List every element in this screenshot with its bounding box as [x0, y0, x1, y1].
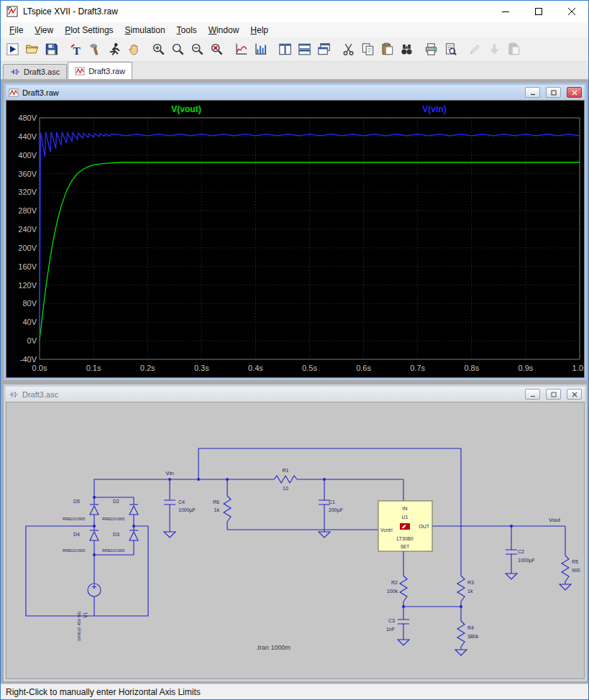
component-name: R5	[572, 559, 578, 564]
schematic-minimize-button[interactable]	[525, 389, 540, 400]
control-panel-button[interactable]	[86, 40, 105, 59]
svg-text:1.0s: 1.0s	[572, 364, 585, 372]
hammer-icon	[88, 42, 102, 56]
run-icon	[6, 42, 19, 56]
cut-button[interactable]	[339, 40, 358, 59]
minimize-button[interactable]	[489, 1, 522, 22]
waveform-minimize-button[interactable]	[525, 87, 540, 98]
title-bar: LTspice XVII - Draft3.raw	[1, 1, 588, 22]
pan-button[interactable]	[124, 40, 144, 59]
print-button[interactable]	[421, 40, 441, 59]
save-button[interactable]	[42, 40, 61, 59]
schematic-canvas[interactable]: Vin Vout .tran 1000m D5 RRE02VS65 D2 RRE…	[6, 402, 585, 679]
component-name: R3	[467, 580, 474, 585]
waveform-plot[interactable]: 480V440V400V360V320V280V240V200V160V120V…	[6, 101, 585, 378]
clipboard-icon	[507, 42, 521, 56]
component-d2[interactable]: D2 RRE02VS65	[102, 499, 138, 521]
svg-text:-40V: -40V	[20, 355, 37, 364]
open-button[interactable]	[22, 40, 42, 59]
run-button[interactable]	[3, 40, 22, 59]
component-r5[interactable]: R5 900	[562, 556, 580, 581]
component-r2[interactable]: R2 100k	[387, 576, 407, 602]
component-u1[interactable]: IN U1 Vcntrl OUT LT3080 SET	[378, 501, 432, 551]
component-value: RRE02VS65	[102, 517, 124, 521]
component-value: RRE02VS65	[63, 548, 85, 553]
menu-bar: File View Plot Settings Simulation Tools…	[1, 22, 588, 37]
zoom-full-button[interactable]	[207, 40, 227, 59]
menu-simulation[interactable]: Simulation	[119, 24, 171, 37]
tab-draft3-raw[interactable]: Draft3.raw	[68, 62, 132, 79]
component-value: LT3080	[396, 536, 413, 541]
component-c1[interactable]: C1 200µF	[319, 499, 343, 513]
svg-text:80V: 80V	[22, 299, 37, 308]
menu-plot-settings[interactable]: Plot Settings	[59, 24, 119, 37]
svg-text:0.5s: 0.5s	[302, 364, 317, 372]
menu-view[interactable]: View	[29, 24, 59, 37]
copy-button[interactable]	[358, 40, 378, 59]
component-name: C2	[518, 549, 524, 554]
component-name: D4	[73, 532, 80, 537]
menu-window[interactable]: Window	[203, 24, 245, 37]
tab-label: Draft3.raw	[88, 67, 125, 75]
close-button[interactable]	[555, 1, 588, 22]
zoom-extents-button[interactable]	[168, 40, 188, 59]
tile-vertical-button[interactable]	[275, 40, 295, 59]
waveform-close-button[interactable]	[567, 87, 582, 98]
spice-directive[interactable]: .tran 1000m	[256, 644, 291, 651]
tile-horizontal-button[interactable]	[295, 40, 314, 59]
net-label-vin[interactable]: Vin	[165, 470, 173, 476]
component-d4[interactable]: D4 RRE02VS65	[63, 530, 99, 553]
menu-help[interactable]: Help	[245, 24, 274, 37]
component-value: 100k	[387, 589, 398, 594]
menu-tools[interactable]: Tools	[171, 24, 203, 37]
zoom-in-icon	[152, 42, 165, 56]
save-icon	[45, 42, 58, 56]
net-label-vout[interactable]: Vout	[549, 517, 561, 523]
svg-text:120V: 120V	[18, 281, 37, 290]
print-preview-button[interactable]	[441, 40, 460, 59]
component-r6[interactable]: R6 1k	[213, 496, 231, 522]
halt-button[interactable]	[105, 40, 124, 59]
component-d5[interactable]: D5 RRE02VS65	[63, 499, 99, 521]
waveform-maximize-button[interactable]	[546, 87, 561, 98]
waveform-window-titlebar[interactable]: Draft3.raw	[6, 85, 585, 100]
component-c3[interactable]: C3 1nF	[386, 618, 409, 632]
ltspice-window: LTspice XVII - Draft3.raw File View Plot…	[0, 0, 589, 700]
component-c4[interactable]: C4 1000µF	[164, 499, 196, 513]
probe-button[interactable]: T	[66, 40, 86, 59]
paste-button[interactable]	[378, 40, 397, 59]
menu-file[interactable]: File	[4, 24, 29, 37]
find-button[interactable]	[397, 40, 416, 59]
autorange-button[interactable]	[232, 40, 251, 59]
schematic-maximize-button[interactable]	[546, 389, 561, 400]
zoom-out-button[interactable]	[188, 40, 207, 59]
tab-draft3-asc[interactable]: Draft3.asc	[3, 64, 67, 79]
component-value: 1k	[467, 589, 473, 594]
svg-text:0.8s: 0.8s	[464, 364, 479, 372]
svg-text:0.6s: 0.6s	[356, 364, 371, 372]
pin-label-set: SET	[401, 544, 410, 549]
status-bar: Right-Click to manually enter Horizontal…	[1, 683, 588, 699]
component-r4[interactable]: R4 380k	[457, 621, 479, 647]
waveform-plot-area[interactable]: 480V440V400V360V320V280V240V200V160V120V…	[6, 100, 585, 378]
schematic-close-button[interactable]	[567, 389, 582, 400]
schematic-window-titlebar[interactable]: Draft3.asc	[6, 387, 585, 402]
component-v1[interactable]: V1 SINE(0 450 50)	[77, 584, 101, 641]
component-r3[interactable]: R3 1k	[457, 576, 474, 602]
plot-settings-button[interactable]	[251, 40, 270, 59]
component-d3[interactable]: D3 RRE02VS65	[102, 530, 138, 553]
cascade-button[interactable]	[314, 40, 334, 59]
tab-label: Draft3.asc	[24, 68, 60, 76]
component-name: D2	[113, 499, 119, 504]
schematic-canvas-area[interactable]: Vin Vout .tran 1000m D5 RRE02VS65 D2 RRE…	[6, 402, 585, 679]
component-c2[interactable]: C2 1000µF	[506, 549, 535, 563]
component-r1[interactable]: R1 10	[274, 468, 297, 491]
svg-text:480V: 480V	[18, 114, 37, 122]
schematic-window-icon	[9, 390, 19, 399]
svg-text:160V: 160V	[18, 262, 37, 271]
maximize-button[interactable]	[522, 1, 555, 22]
svg-text:200V: 200V	[18, 244, 37, 252]
svg-text:0.4s: 0.4s	[248, 364, 263, 372]
svg-text:0.1s: 0.1s	[86, 364, 101, 372]
zoom-in-button[interactable]	[149, 40, 168, 59]
